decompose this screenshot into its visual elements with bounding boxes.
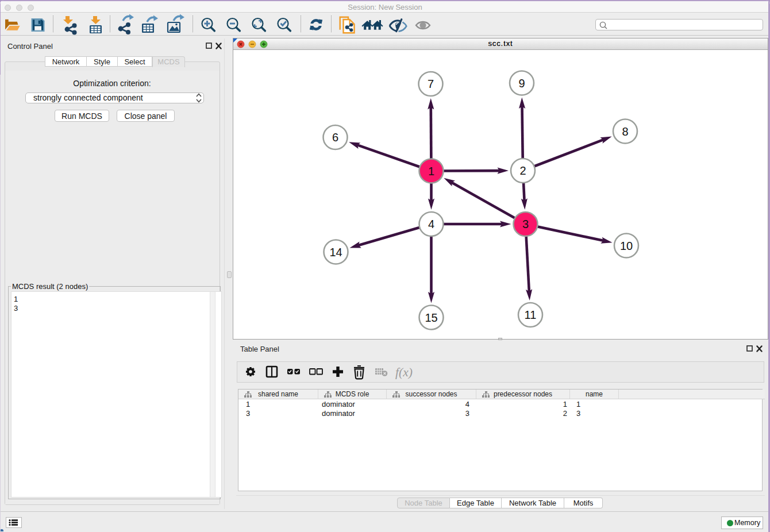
svg-text:11: 11 bbox=[525, 309, 537, 321]
svg-text:3: 3 bbox=[522, 218, 529, 230]
svg-text:14: 14 bbox=[329, 246, 342, 259]
svg-text:10: 10 bbox=[620, 240, 633, 252]
svg-text:7: 7 bbox=[428, 78, 434, 90]
svg-text:8: 8 bbox=[622, 125, 628, 138]
svg-text:6: 6 bbox=[332, 131, 338, 144]
svg-text:9: 9 bbox=[518, 77, 525, 90]
svg-text:4: 4 bbox=[428, 218, 434, 230]
svg-text:f(x): f(x) bbox=[395, 365, 413, 379]
svg-text:2: 2 bbox=[519, 164, 526, 177]
svg-text:15: 15 bbox=[425, 311, 437, 324]
svg-text:1: 1 bbox=[428, 165, 434, 178]
